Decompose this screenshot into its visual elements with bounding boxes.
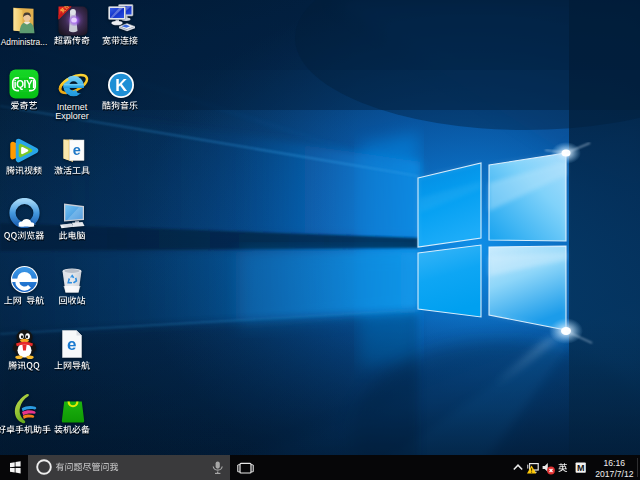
svg-text:M: M: [577, 463, 585, 473]
svg-text:e: e: [73, 142, 81, 158]
svg-text:16:16: 16:16: [603, 458, 625, 468]
svg-text:e: e: [67, 335, 76, 354]
svg-text:iQIYI: iQIYI: [14, 79, 35, 90]
svg-text:K: K: [115, 76, 127, 94]
svg-text:2017/7/12: 2017/7/12: [595, 469, 633, 479]
